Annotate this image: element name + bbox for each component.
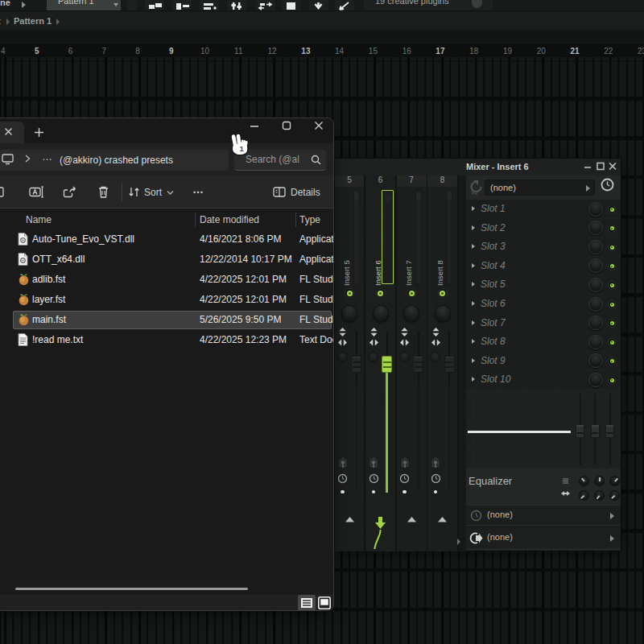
svg-text:EQ: EQ (472, 190, 477, 195)
svg-text:1: 1 (240, 144, 245, 153)
